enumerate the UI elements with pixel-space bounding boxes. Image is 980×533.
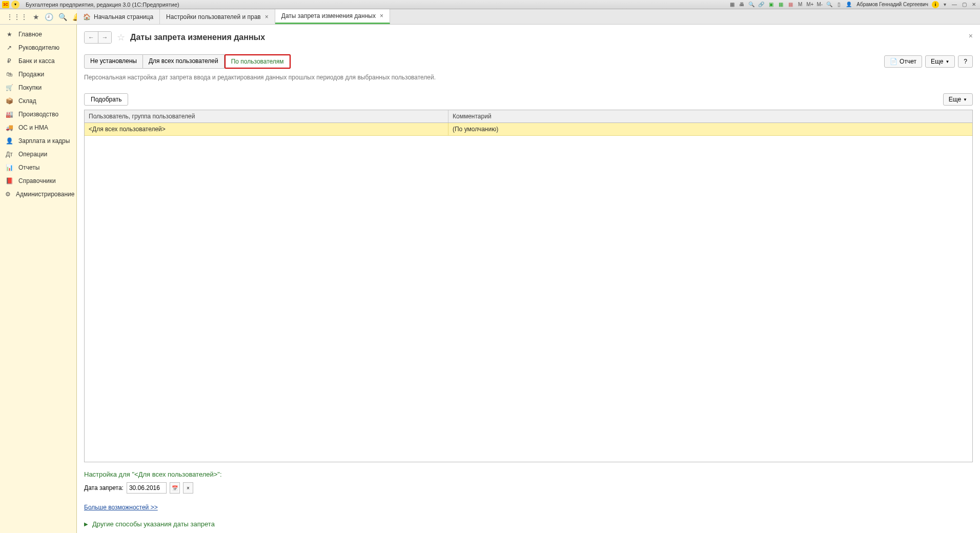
chevron-down-icon: ▼ xyxy=(945,59,949,64)
search-tool-icon[interactable]: 🔍 xyxy=(58,13,67,21)
windows-icon[interactable]: ▯ xyxy=(835,1,843,9)
current-user[interactable]: Абрамов Геннадий Сергеевич xyxy=(856,2,928,7)
book-icon: 📕 xyxy=(5,177,13,184)
content-header: ← → ☆ Даты запрета изменения данных xyxy=(84,29,973,46)
sidebar-label: Операции xyxy=(18,151,47,158)
calendar2-icon[interactable]: ▦ xyxy=(786,1,794,9)
clear-date-button[interactable]: × xyxy=(183,482,193,494)
sidebar-label: Администрирование xyxy=(16,191,74,198)
minimize-button[interactable]: — xyxy=(950,1,958,9)
chevron-down-icon: ▼ xyxy=(963,97,967,102)
table-row[interactable]: <Для всех пользователей> (По умолчанию) xyxy=(85,123,972,136)
select-users-button[interactable]: Подобрать xyxy=(84,93,128,106)
sidebar-label: Справочники xyxy=(18,177,56,184)
sidebar-label: Банк и касса xyxy=(18,57,55,65)
filter-tabs: Не установлены Для всех пользователей По… xyxy=(84,54,291,69)
calendar-icon[interactable]: ▦ xyxy=(777,1,785,9)
maximize-button[interactable]: ▢ xyxy=(960,1,968,9)
truck-icon: 🚚 xyxy=(5,124,13,131)
link-icon[interactable]: 🔗 xyxy=(757,1,765,9)
bag-icon: 🛍 xyxy=(5,71,13,78)
sidebar-item-directories[interactable]: 📕Справочники xyxy=(0,174,76,188)
app-menu-dropdown[interactable]: ▼ xyxy=(11,1,19,9)
column-user[interactable]: Пользователь, группа пользователей xyxy=(85,110,448,122)
user-icon: 👤 xyxy=(845,1,853,9)
table-header: Пользователь, группа пользователей Комме… xyxy=(85,110,972,123)
mem-mplus-button[interactable]: M+ xyxy=(806,1,814,9)
titlebar: 1C ▼ Бухгалтерия предприятия, редакция 3… xyxy=(0,0,980,9)
tab-user-settings[interactable]: Настройки пользователей и прав × xyxy=(160,9,275,24)
report-button[interactable]: 📄Отчет xyxy=(884,55,922,68)
main-area: ★Главное ↗Руководителю ₽Банк и касса 🛍Пр… xyxy=(0,25,980,533)
close-button[interactable]: ✕ xyxy=(970,1,978,9)
page-title: Даты запрета изменения данных xyxy=(130,33,265,42)
dtkt-icon: Дт xyxy=(5,151,13,158)
nav-back-button[interactable]: ← xyxy=(85,32,98,43)
app-title: Бухгалтерия предприятия, редакция 3.0 (1… xyxy=(26,2,179,8)
sidebar-item-production[interactable]: 🏭Производство xyxy=(0,108,76,121)
app-logo: 1C xyxy=(2,1,9,8)
toolbar-icon[interactable]: ▦ xyxy=(728,1,736,9)
dropdown-icon[interactable]: ▾ xyxy=(941,1,949,9)
calc-icon[interactable]: ▣ xyxy=(767,1,775,9)
mem-mminus-button[interactable]: M- xyxy=(815,1,824,9)
mem-m-button[interactable]: M xyxy=(796,1,804,9)
expand-label: Другие способы указания даты запрета xyxy=(92,520,215,528)
sidebar-item-bank[interactable]: ₽Банк и касса xyxy=(0,54,76,68)
person-icon: 👤 xyxy=(5,137,13,145)
sidebar: ★Главное ↗Руководителю ₽Банк и касса 🛍Пр… xyxy=(0,25,77,533)
sidebar-item-purchases[interactable]: 🛒Покупки xyxy=(0,81,76,94)
tab-label: Начальная страница xyxy=(94,13,153,20)
info-icon[interactable]: i xyxy=(932,1,939,8)
settings-title: Настройка для "<Для всех пользователей>"… xyxy=(84,470,973,478)
tab-home[interactable]: 🏠 Начальная страница xyxy=(77,9,160,24)
close-tab-icon[interactable]: × xyxy=(265,13,269,20)
filter-tab-not-set[interactable]: Не установлены xyxy=(84,54,143,69)
sidebar-item-sales[interactable]: 🛍Продажи xyxy=(0,68,76,81)
filter-tab-by-users[interactable]: По пользователям xyxy=(224,54,291,69)
other-ways-expander[interactable]: ▶ Другие способы указания даты запрета xyxy=(84,520,973,528)
cart-icon: 🛒 xyxy=(5,84,13,91)
sidebar-item-main[interactable]: ★Главное xyxy=(0,28,76,41)
favorite-star-icon[interactable]: ☆ xyxy=(117,32,125,43)
sidebar-item-assets[interactable]: 🚚ОС и НМА xyxy=(0,121,76,134)
apps-icon[interactable]: ⋮⋮⋮ xyxy=(6,13,28,21)
filter-tab-all-users[interactable]: Для всех пользователей xyxy=(143,54,224,69)
sidebar-item-reports[interactable]: 📊Отчеты xyxy=(0,161,76,174)
zoom-icon[interactable]: 🔍 xyxy=(825,1,833,9)
close-tab-icon[interactable]: × xyxy=(380,12,383,19)
box-icon: 📦 xyxy=(5,97,13,105)
date-label: Дата запрета: xyxy=(84,484,124,491)
factory-icon: 🏭 xyxy=(5,111,13,118)
print-icon[interactable]: 🖶 xyxy=(738,1,746,9)
sidebar-item-operations[interactable]: ДтОперации xyxy=(0,148,76,161)
date-input[interactable] xyxy=(127,482,167,494)
top-toolbar: ⋮⋮⋮ ★ 🕘 🔍 🔔 🏠 Начальная страница Настрой… xyxy=(0,9,980,25)
nav-forward-button[interactable]: → xyxy=(98,32,111,43)
arrow-icon: ↗ xyxy=(5,44,13,51)
close-page-button[interactable]: × xyxy=(969,32,973,40)
chevron-right-icon: ▶ xyxy=(84,521,88,527)
history-icon[interactable]: 🕘 xyxy=(45,13,53,21)
date-row: Дата запрета: 📅 × xyxy=(84,482,973,494)
sidebar-item-warehouse[interactable]: 📦Склад xyxy=(0,94,76,108)
sidebar-label: Отчеты xyxy=(18,164,39,171)
tab-date-restrictions[interactable]: Даты запрета изменения данных × xyxy=(275,9,390,24)
help-button[interactable]: ? xyxy=(958,55,973,68)
sidebar-item-administration[interactable]: ⚙Администрирование xyxy=(0,188,76,201)
sidebar-label: Склад xyxy=(18,97,36,105)
page-description: Персональная настройка дат запрета ввода… xyxy=(84,74,973,81)
calendar-picker-button[interactable]: 📅 xyxy=(170,482,180,494)
sidebar-item-hr[interactable]: 👤Зарплата и кадры xyxy=(0,134,76,148)
more-options-link[interactable]: Больше возможностей >> xyxy=(84,504,158,511)
table-more-button[interactable]: Еще▼ xyxy=(943,93,973,106)
favorites-icon[interactable]: ★ xyxy=(33,13,39,21)
sidebar-item-manager[interactable]: ↗Руководителю xyxy=(0,41,76,54)
sidebar-label: Руководителю xyxy=(18,44,59,51)
cell-comment: (По умолчанию) xyxy=(448,123,972,135)
column-comment[interactable]: Комментарий xyxy=(448,110,972,122)
search-icon[interactable]: 🔍 xyxy=(747,1,756,9)
select-row: Подобрать Еще▼ xyxy=(84,93,973,106)
content-area: × ← → ☆ Даты запрета изменения данных Не… xyxy=(77,25,980,533)
more-button[interactable]: Еще▼ xyxy=(925,55,955,68)
